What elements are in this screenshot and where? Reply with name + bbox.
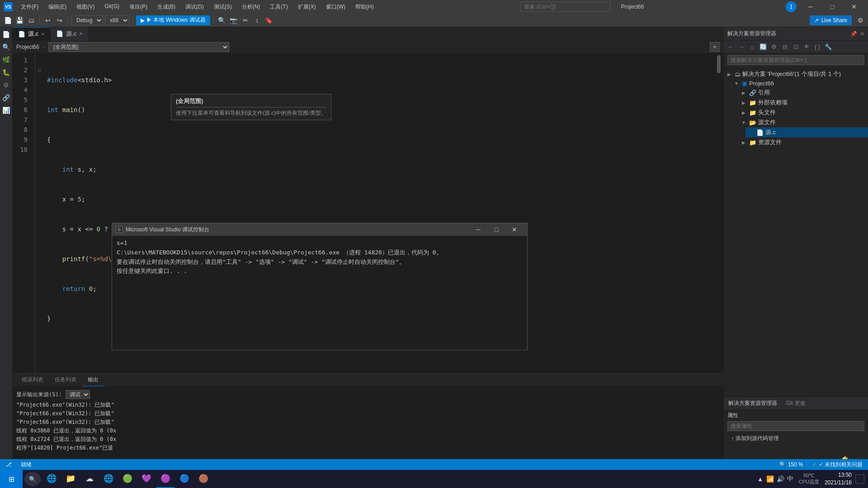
menu-project[interactable]: 项目(P) [125,1,152,13]
status-no-errors[interactable]: ✓ ✓ 未找到相关问题 [811,461,864,469]
arch-dropdown[interactable]: x86 [105,15,129,25]
taskbar-app-0[interactable]: 🌐 [42,470,61,488]
se-collapse-btn[interactable]: ⊟ [780,42,790,52]
toolbar-undo-btn[interactable]: ↩ [43,15,53,25]
collapse-icon[interactable]: ⊟ [38,68,41,73]
menu-debug[interactable]: 调试(D) [181,1,208,13]
menu-build[interactable]: 生成(B) [153,1,180,13]
taskbar-app-4[interactable]: 🟢 [118,470,137,488]
toolbar-save-btn[interactable]: 💾 [14,15,24,25]
activity-icon-5[interactable]: ⚙ [1,80,12,90]
status-git-item[interactable]: ⎇ [4,461,14,468]
status-ready[interactable]: 就绪 [19,461,33,469]
tree-expand-source[interactable]: ▼ [740,120,747,125]
activity-icon-4[interactable]: 🐛 [1,67,12,78]
taskbar-app-3[interactable]: 🌐 [99,470,118,488]
toolbar-pointer-btn[interactable]: ↕ [252,15,262,25]
toolbar-cursor-btn[interactable]: ✂ [241,15,250,25]
taskbar-app-7[interactable]: 🔵 [175,470,193,488]
tray-network-icon[interactable]: 📶 [766,475,774,483]
play-debug-button[interactable]: ▶ ▶ 本地 Windows 调试器 [136,15,210,25]
menu-extensions[interactable]: 扩展(X) [293,1,321,13]
menu-help[interactable]: 帮助(H) [351,1,378,13]
se-props-btn[interactable]: 🔧 [823,42,833,52]
activity-icon-7[interactable]: 📊 [1,105,12,116]
panel-pin-icon[interactable]: 📌 [850,31,857,37]
activity-icon-6[interactable]: 🔗 [1,92,12,103]
taskbar-app-2[interactable]: ☁ [80,470,99,488]
close-button[interactable]: ✕ [844,0,864,14]
se-refresh-btn[interactable]: 🔄 [758,42,768,52]
menu-view[interactable]: 视图(V) [72,1,99,13]
taskbar-app-5[interactable]: 💜 [137,470,156,488]
bottom-tab-output[interactable]: 输出 [82,374,104,386]
activity-icon-3[interactable]: 🌿 [1,54,12,65]
output-source-dropdown[interactable]: 调试 [66,390,90,399]
status-zoom[interactable]: 🔍 150 % [778,461,805,468]
tree-resources[interactable]: ▶ 📁 资源文件 [738,137,868,147]
taskbar-search-button[interactable]: 🔍 [24,472,41,486]
toolbar-redo-btn[interactable]: ↪ [55,15,65,25]
se-code-btn[interactable]: { } [812,42,822,52]
tree-solution-root[interactable]: ▶ 🗂 解决方案 'Project66'(1 个项目/共 1 个) [724,69,868,79]
taskbar-app-1[interactable]: 📁 [61,470,80,488]
activity-icon-2[interactable]: 🔍 [1,42,12,52]
tab-close-1[interactable]: ✕ [79,31,83,36]
taskbar-clock[interactable]: 13:50 2021/11/16 [825,471,852,487]
debug-maximize-btn[interactable]: □ [487,223,505,236]
se-forward-btn[interactable]: → [736,42,746,52]
start-button[interactable]: ⊞ [0,470,23,488]
menu-edit[interactable]: 编辑(E) [44,1,71,13]
menu-analyze[interactable]: 分析(N) [237,1,265,13]
solution-search-input[interactable] [727,55,864,65]
tree-expand-project[interactable]: ▼ [733,81,740,86]
tree-project[interactable]: ▼ ▣ Project66 [731,79,868,88]
tab-close-0[interactable]: ✕ [41,32,45,37]
se-back-btn[interactable]: ← [726,42,736,52]
toolbar-save-all-btn[interactable]: 🗂 [26,15,36,25]
nav-scope-dropdown[interactable]: (全局范围) [48,42,229,52]
toolbar-new-btn[interactable]: 📄 [3,15,13,25]
taskbar-app-6[interactable]: 🟣 [156,470,175,488]
tray-icon-expand[interactable]: ▲ [757,475,764,483]
menu-file[interactable]: 文件(F) [16,1,43,13]
tree-headers[interactable]: ▶ 📁 头文件 [738,108,868,117]
toolbar-bookmark-btn[interactable]: 🔖 [264,15,274,25]
tree-references[interactable]: ▶ 🔗 引用 [738,88,868,98]
editor-scrollbar[interactable] [717,53,723,373]
rp-tab-git[interactable]: Git 更改 [782,397,810,410]
debug-mode-dropdown[interactable]: Debug [71,15,103,25]
minimize-button[interactable]: ─ [800,0,821,14]
tree-expand-headers[interactable]: ▶ [740,110,747,115]
toolbar-settings-btn[interactable]: ⚙ [855,15,865,25]
menu-tools[interactable]: 工具(T) [265,1,292,13]
tree-expand-ref[interactable]: ▶ [740,90,747,95]
debug-close-btn[interactable]: ✕ [505,223,524,236]
editor-tab-0[interactable]: 📄 源.c ✕ [13,27,51,41]
tree-expand-resources[interactable]: ▶ [740,140,747,145]
tray-volume-icon[interactable]: 🔊 [777,475,784,483]
maximize-button[interactable]: □ [822,0,843,14]
tree-source-c[interactable]: 📄 源.c [745,127,868,137]
editor-tab-1[interactable]: 📄 源.c ✕ [51,27,89,41]
toolbar-cam-btn[interactable]: 📷 [229,15,239,25]
tree-expand-root[interactable]: ▶ [726,72,733,77]
rp-tab-solution[interactable]: 解决方案资源管理器 [724,397,782,410]
debug-minimize-btn[interactable]: ─ [469,223,487,236]
se-pending-btn[interactable]: ⊡ [791,42,801,52]
toolbar-search-btn[interactable]: 🔍 [217,15,227,25]
title-search-input[interactable] [520,2,610,12]
se-filter-btn[interactable]: ⚙ [769,42,779,52]
tree-ext-deps[interactable]: ▶ 📁 外部依赖项 [738,98,868,108]
tree-expand-ext[interactable]: ▶ [740,100,747,105]
add-code-button[interactable]: ↑ 添加到源代码管理 [731,435,861,442]
panel-close-icon[interactable]: ✕ [860,31,864,37]
nav-add-button[interactable]: + [710,42,720,52]
taskbar-app-8[interactable]: 🟤 [194,470,212,488]
bottom-tab-tasks[interactable]: 任务列表 [49,374,82,386]
scrollbar-thumb[interactable] [717,55,721,73]
se-view-btn[interactable]: 👁 [802,42,811,52]
tray-input-icon[interactable]: 中 [787,475,793,483]
tree-source-files[interactable]: ▼ 📂 源文件 [738,117,868,127]
menu-window[interactable]: 窗口(W) [321,1,350,13]
